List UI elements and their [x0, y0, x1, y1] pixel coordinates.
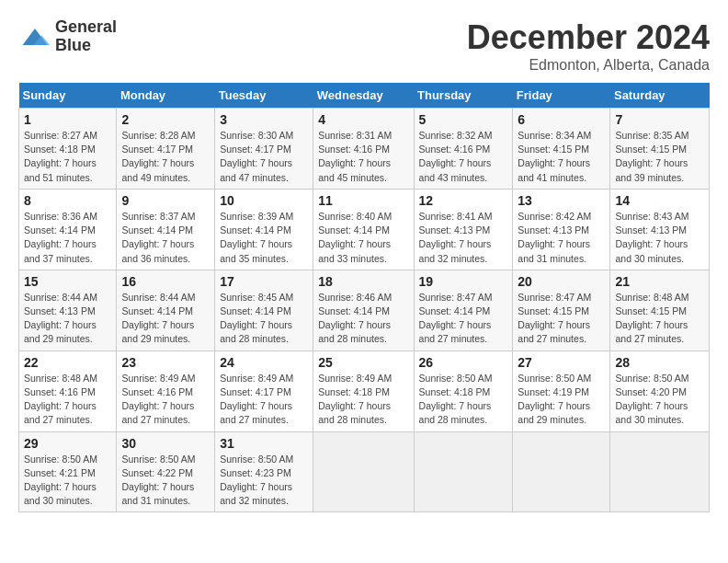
day-header-wednesday: Wednesday	[313, 83, 414, 109]
calendar-cell: 22 Sunrise: 8:48 AM Sunset: 4:16 PM Dayl…	[19, 350, 117, 431]
day-detail: Sunrise: 8:31 AM Sunset: 4:16 PM Dayligh…	[318, 129, 408, 185]
day-number: 2	[121, 112, 210, 127]
day-number: 7	[615, 112, 704, 127]
week-row-3: 15 Sunrise: 8:44 AM Sunset: 4:13 PM Dayl…	[19, 270, 710, 350]
day-number: 20	[518, 274, 605, 289]
day-detail: Sunrise: 8:37 AM Sunset: 4:14 PM Dayligh…	[121, 210, 210, 266]
week-row-4: 22 Sunrise: 8:48 AM Sunset: 4:16 PM Dayl…	[19, 350, 710, 431]
day-number: 11	[318, 193, 408, 208]
calendar-cell: 16 Sunrise: 8:44 AM Sunset: 4:14 PM Dayl…	[117, 270, 215, 350]
calendar-cell: 8 Sunrise: 8:36 AM Sunset: 4:14 PM Dayli…	[19, 189, 117, 270]
day-detail: Sunrise: 8:30 AM Sunset: 4:17 PM Dayligh…	[220, 129, 308, 185]
day-detail: Sunrise: 8:32 AM Sunset: 4:16 PM Dayligh…	[419, 129, 508, 185]
day-detail: Sunrise: 8:47 AM Sunset: 4:15 PM Dayligh…	[518, 291, 605, 347]
day-header-monday: Monday	[117, 83, 215, 109]
day-number: 18	[318, 274, 408, 289]
calendar-cell	[513, 431, 610, 512]
calendar-subtitle: Edmonton, Alberta, Canada	[467, 57, 710, 74]
week-row-1: 1 Sunrise: 8:27 AM Sunset: 4:18 PM Dayli…	[19, 109, 710, 190]
calendar-cell: 12 Sunrise: 8:41 AM Sunset: 4:13 PM Dayl…	[414, 189, 513, 270]
day-header-thursday: Thursday	[414, 83, 513, 109]
day-detail: Sunrise: 8:40 AM Sunset: 4:14 PM Dayligh…	[318, 210, 408, 266]
calendar-cell: 18 Sunrise: 8:46 AM Sunset: 4:14 PM Dayl…	[313, 270, 414, 350]
day-detail: Sunrise: 8:41 AM Sunset: 4:13 PM Dayligh…	[419, 210, 508, 266]
calendar-cell: 29 Sunrise: 8:50 AM Sunset: 4:21 PM Dayl…	[19, 431, 117, 512]
day-detail: Sunrise: 8:35 AM Sunset: 4:15 PM Dayligh…	[615, 129, 704, 185]
day-header-friday: Friday	[513, 83, 610, 109]
calendar-cell: 10 Sunrise: 8:39 AM Sunset: 4:14 PM Dayl…	[215, 189, 313, 270]
calendar-cell: 26 Sunrise: 8:50 AM Sunset: 4:18 PM Dayl…	[414, 350, 513, 431]
calendar-header-row: SundayMondayTuesdayWednesdayThursdayFrid…	[19, 83, 710, 109]
calendar-cell	[313, 431, 414, 512]
day-number: 12	[419, 193, 508, 208]
day-number: 17	[220, 274, 308, 289]
calendar-cell: 3 Sunrise: 8:30 AM Sunset: 4:17 PM Dayli…	[215, 109, 313, 190]
day-number: 10	[220, 193, 308, 208]
day-detail: Sunrise: 8:49 AM Sunset: 4:18 PM Dayligh…	[318, 372, 408, 428]
calendar-cell: 6 Sunrise: 8:34 AM Sunset: 4:15 PM Dayli…	[513, 109, 610, 190]
calendar-cell: 30 Sunrise: 8:50 AM Sunset: 4:22 PM Dayl…	[117, 431, 215, 512]
week-row-2: 8 Sunrise: 8:36 AM Sunset: 4:14 PM Dayli…	[19, 189, 710, 270]
calendar-cell	[610, 431, 710, 512]
logo-text: General Blue	[55, 18, 117, 55]
day-number: 25	[318, 355, 408, 370]
day-header-tuesday: Tuesday	[215, 83, 313, 109]
day-number: 30	[121, 436, 210, 451]
day-detail: Sunrise: 8:50 AM Sunset: 4:19 PM Dayligh…	[518, 372, 605, 428]
day-detail: Sunrise: 8:28 AM Sunset: 4:17 PM Dayligh…	[121, 129, 210, 185]
day-detail: Sunrise: 8:44 AM Sunset: 4:14 PM Dayligh…	[121, 291, 210, 347]
calendar-cell: 17 Sunrise: 8:45 AM Sunset: 4:14 PM Dayl…	[215, 270, 313, 350]
day-detail: Sunrise: 8:47 AM Sunset: 4:14 PM Dayligh…	[419, 291, 508, 347]
day-number: 22	[24, 355, 111, 370]
calendar-cell: 9 Sunrise: 8:37 AM Sunset: 4:14 PM Dayli…	[117, 189, 215, 270]
calendar-cell: 13 Sunrise: 8:42 AM Sunset: 4:13 PM Dayl…	[513, 189, 610, 270]
calendar-table: SundayMondayTuesdayWednesdayThursdayFrid…	[18, 83, 710, 512]
day-detail: Sunrise: 8:39 AM Sunset: 4:14 PM Dayligh…	[220, 210, 308, 266]
day-number: 29	[24, 436, 111, 451]
day-detail: Sunrise: 8:27 AM Sunset: 4:18 PM Dayligh…	[24, 129, 111, 185]
calendar-cell: 27 Sunrise: 8:50 AM Sunset: 4:19 PM Dayl…	[513, 350, 610, 431]
day-detail: Sunrise: 8:36 AM Sunset: 4:14 PM Dayligh…	[24, 210, 111, 266]
day-number: 9	[121, 193, 210, 208]
calendar-cell: 1 Sunrise: 8:27 AM Sunset: 4:18 PM Dayli…	[19, 109, 117, 190]
logo-icon	[18, 20, 51, 53]
calendar-cell: 25 Sunrise: 8:49 AM Sunset: 4:18 PM Dayl…	[313, 350, 414, 431]
calendar-cell: 5 Sunrise: 8:32 AM Sunset: 4:16 PM Dayli…	[414, 109, 513, 190]
calendar-cell: 28 Sunrise: 8:50 AM Sunset: 4:20 PM Dayl…	[610, 350, 710, 431]
day-detail: Sunrise: 8:45 AM Sunset: 4:14 PM Dayligh…	[220, 291, 308, 347]
week-row-5: 29 Sunrise: 8:50 AM Sunset: 4:21 PM Dayl…	[19, 431, 710, 512]
day-number: 8	[24, 193, 111, 208]
calendar-cell: 20 Sunrise: 8:47 AM Sunset: 4:15 PM Dayl…	[513, 270, 610, 350]
day-detail: Sunrise: 8:50 AM Sunset: 4:23 PM Dayligh…	[220, 453, 308, 509]
calendar-cell: 4 Sunrise: 8:31 AM Sunset: 4:16 PM Dayli…	[313, 109, 414, 190]
day-detail: Sunrise: 8:34 AM Sunset: 4:15 PM Dayligh…	[518, 129, 605, 185]
day-detail: Sunrise: 8:49 AM Sunset: 4:16 PM Dayligh…	[121, 372, 210, 428]
day-detail: Sunrise: 8:44 AM Sunset: 4:13 PM Dayligh…	[24, 291, 111, 347]
day-detail: Sunrise: 8:50 AM Sunset: 4:22 PM Dayligh…	[121, 453, 210, 509]
day-number: 28	[615, 355, 704, 370]
day-number: 6	[518, 112, 605, 127]
day-detail: Sunrise: 8:48 AM Sunset: 4:16 PM Dayligh…	[24, 372, 111, 428]
day-number: 24	[220, 355, 308, 370]
calendar-cell: 21 Sunrise: 8:48 AM Sunset: 4:15 PM Dayl…	[610, 270, 710, 350]
day-number: 3	[220, 112, 308, 127]
day-number: 1	[24, 112, 111, 127]
day-detail: Sunrise: 8:42 AM Sunset: 4:13 PM Dayligh…	[518, 210, 605, 266]
day-number: 4	[318, 112, 408, 127]
page-header: General Blue December 2024 Edmonton, Alb…	[18, 18, 710, 74]
day-number: 5	[419, 112, 508, 127]
calendar-cell: 19 Sunrise: 8:47 AM Sunset: 4:14 PM Dayl…	[414, 270, 513, 350]
day-detail: Sunrise: 8:49 AM Sunset: 4:17 PM Dayligh…	[220, 372, 308, 428]
day-number: 31	[220, 436, 308, 451]
title-block: December 2024 Edmonton, Alberta, Canada	[467, 18, 710, 74]
day-number: 27	[518, 355, 605, 370]
calendar-cell: 24 Sunrise: 8:49 AM Sunset: 4:17 PM Dayl…	[215, 350, 313, 431]
day-detail: Sunrise: 8:50 AM Sunset: 4:20 PM Dayligh…	[615, 372, 704, 428]
calendar-title: December 2024	[467, 18, 710, 57]
day-detail: Sunrise: 8:46 AM Sunset: 4:14 PM Dayligh…	[318, 291, 408, 347]
day-number: 16	[121, 274, 210, 289]
day-header-saturday: Saturday	[610, 83, 710, 109]
day-detail: Sunrise: 8:50 AM Sunset: 4:18 PM Dayligh…	[419, 372, 508, 428]
day-number: 19	[419, 274, 508, 289]
day-number: 26	[419, 355, 508, 370]
